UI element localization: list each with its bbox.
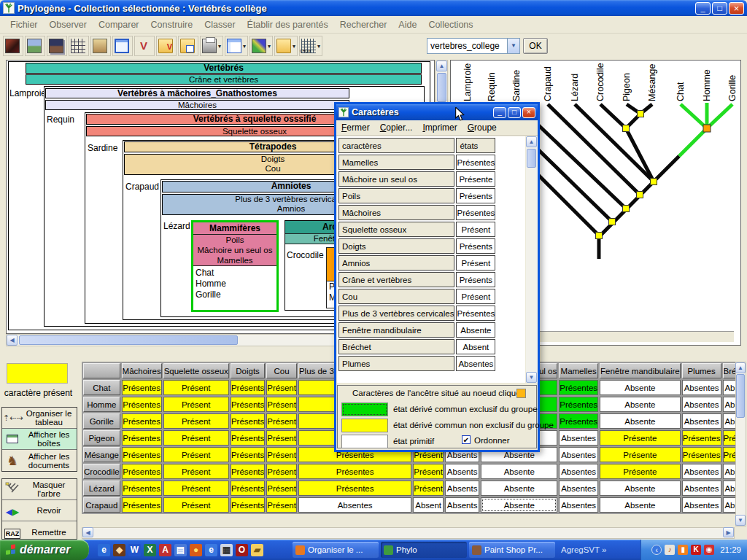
column-header[interactable]: Cou bbox=[266, 363, 297, 378]
opera-icon[interactable]: O bbox=[236, 544, 248, 556]
ie2-icon[interactable]: e bbox=[205, 544, 217, 556]
state-cell[interactable]: Absentes bbox=[682, 380, 721, 395]
excel-icon[interactable]: X bbox=[144, 544, 156, 556]
phylo-task-icon[interactable]: Phylo bbox=[381, 542, 467, 558]
taxon-label-gorille[interactable]: Gorille bbox=[196, 289, 276, 300]
state-cell[interactable]: Absentes bbox=[559, 481, 598, 496]
state-cell[interactable]: Présents bbox=[231, 481, 265, 496]
restore-button[interactable]: □ bbox=[712, 2, 727, 15]
menu-item[interactable]: Classer bbox=[198, 18, 241, 32]
state-cell[interactable]: Présentes bbox=[122, 413, 162, 429]
ordonner-label[interactable]: Ordonner bbox=[474, 436, 510, 445]
printer-icon[interactable]: ▾ bbox=[200, 36, 223, 56]
taxon-label-requin[interactable]: Requin bbox=[47, 114, 74, 125]
minimize-button[interactable]: _ bbox=[695, 2, 711, 15]
state-cell[interactable]: Présent bbox=[266, 413, 297, 429]
state-cell[interactable]: Absent bbox=[723, 380, 736, 395]
menu-item[interactable]: Établir des parentés bbox=[241, 18, 334, 32]
state-cell[interactable]: Absent bbox=[723, 397, 736, 412]
state-cell[interactable]: Présente bbox=[600, 430, 681, 446]
menu-item[interactable]: Collections bbox=[422, 18, 479, 32]
dropdown-arrow-icon[interactable]: ▾ bbox=[268, 43, 271, 50]
images-icon[interactable] bbox=[47, 36, 67, 56]
folder-tree-icon[interactable] bbox=[156, 36, 177, 56]
folder-window-icon[interactable] bbox=[178, 36, 198, 56]
menu-item[interactable]: Comparer bbox=[93, 18, 145, 32]
afficher-documents-button[interactable]: ♞ Afficher les documents bbox=[2, 450, 77, 471]
state-cell[interactable]: Absents bbox=[445, 464, 479, 479]
state-cell[interactable]: Présentes bbox=[122, 380, 162, 395]
word-icon[interactable]: W bbox=[128, 544, 141, 556]
choix-icon[interactable]: ▾ bbox=[299, 36, 322, 56]
ordonner-checkbox[interactable]: ✔ bbox=[462, 435, 471, 444]
state-cell[interactable]: Absente bbox=[481, 481, 557, 496]
state-cell[interactable]: Absente bbox=[600, 497, 681, 513]
matrix-vertical-scrollbar[interactable]: ▲ ▼ bbox=[735, 362, 746, 526]
state-cell[interactable]: Présent bbox=[163, 447, 229, 462]
menu-item[interactable]: Rechercher bbox=[334, 18, 393, 32]
menu-item[interactable]: Observer bbox=[44, 18, 93, 32]
state-cell[interactable]: Absente bbox=[481, 464, 557, 479]
state-cell[interactable]: Présent bbox=[163, 497, 229, 513]
state-cell[interactable]: Présentes bbox=[122, 447, 162, 462]
state-cell[interactable]: Absente bbox=[481, 497, 557, 513]
menu-item[interactable]: Construire bbox=[145, 18, 199, 32]
column-header[interactable]: Squelette osseux bbox=[163, 363, 229, 378]
state-cell[interactable]: Présent bbox=[266, 497, 297, 513]
firefox-icon[interactable]: ● bbox=[190, 544, 202, 556]
taxon-label-crocodile[interactable]: Crocodile bbox=[287, 250, 324, 260]
column-header[interactable]: Plumes bbox=[682, 363, 721, 378]
windows-icon[interactable]: ▾ bbox=[249, 36, 273, 56]
dialog-minimize-button[interactable]: _ bbox=[493, 107, 506, 118]
photos-icon[interactable] bbox=[3, 36, 23, 56]
state-cell[interactable]: Présents bbox=[231, 464, 265, 479]
scroll-up-icon[interactable]: ▲ bbox=[735, 362, 746, 373]
state-cell[interactable]: Présent bbox=[266, 481, 297, 496]
state-cell[interactable]: Présent bbox=[163, 397, 229, 412]
state-cell[interactable]: Présent bbox=[163, 380, 229, 395]
state-cell[interactable]: Présents bbox=[231, 397, 265, 412]
state-cell[interactable]: Absentes bbox=[559, 497, 598, 513]
state-cell[interactable]: Présentes bbox=[682, 430, 721, 446]
state-cell[interactable]: Absent bbox=[723, 481, 736, 496]
state-cell[interactable]: Présent bbox=[266, 380, 297, 395]
image-icon[interactable] bbox=[25, 36, 45, 56]
state-cell[interactable]: Présent bbox=[266, 464, 297, 479]
paintshop-task-icon[interactable]: Paint Shop Pr... bbox=[469, 542, 555, 558]
state-cell[interactable]: Absente bbox=[600, 397, 681, 412]
state-cell[interactable]: Absent bbox=[723, 497, 736, 513]
dialog-vertical-scrollbar[interactable]: ▲ ▼ bbox=[526, 136, 538, 383]
afficher-boites-button[interactable]: Afficher les boîtes bbox=[2, 429, 77, 450]
state-cell[interactable]: Absentes bbox=[559, 430, 598, 446]
state-cell[interactable]: Présent bbox=[266, 447, 297, 462]
state-cell[interactable]: Absentes bbox=[559, 464, 598, 479]
state-cell[interactable]: Présentes bbox=[559, 413, 598, 429]
folder-icon[interactable]: ▾ bbox=[274, 36, 298, 56]
cladogram-icon[interactable]: V bbox=[134, 36, 155, 56]
grid-icon[interactable] bbox=[69, 36, 89, 56]
collection-combobox[interactable]: vertebres_college ▼ bbox=[427, 38, 520, 54]
scroll-left-icon[interactable]: ◀ bbox=[82, 527, 93, 537]
scroll-down-icon[interactable]: ▼ bbox=[526, 372, 537, 383]
revoir-button[interactable]: ◀▶ Revoir bbox=[2, 500, 77, 521]
organiser-tableau-button[interactable]: ⇡⇠⇢ Organiser le tableau bbox=[2, 408, 77, 429]
state-cell[interactable]: Présents bbox=[231, 447, 265, 462]
masquer-arbre-button[interactable]: Masquer l'arbre bbox=[2, 479, 77, 500]
state-cell[interactable]: Présent bbox=[723, 447, 736, 462]
column-header[interactable] bbox=[83, 363, 120, 378]
matrix-horizontal-scrollbar[interactable]: ◀ ▶ bbox=[82, 527, 735, 539]
state-cell[interactable]: Présentes bbox=[682, 447, 721, 462]
agregsvt-toolbar-label[interactable]: AgregSVT » bbox=[561, 545, 606, 554]
state-cell[interactable]: Absentes bbox=[682, 397, 721, 412]
state-cell[interactable]: Absentes bbox=[559, 447, 598, 462]
state-cell[interactable]: Présents bbox=[231, 497, 265, 513]
state-cell[interactable]: Absente bbox=[600, 413, 681, 429]
row-header-chat[interactable]: Chat bbox=[83, 380, 120, 395]
taxon-label-chat[interactable]: Chat bbox=[196, 268, 276, 279]
state-cell[interactable]: Présent bbox=[723, 430, 736, 446]
state-cell[interactable]: Présentes bbox=[122, 397, 162, 412]
dropdown-arrow-icon[interactable]: ▾ bbox=[293, 43, 295, 50]
scroll-right-icon[interactable]: ▶ bbox=[723, 527, 734, 537]
window-icon[interactable] bbox=[112, 36, 133, 56]
close-button[interactable]: × bbox=[729, 2, 744, 15]
